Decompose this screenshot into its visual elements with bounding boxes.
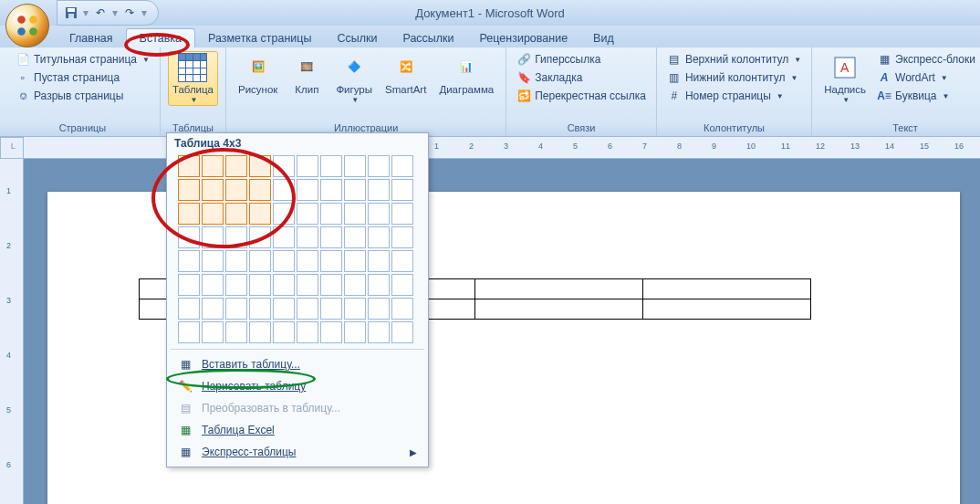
grid-cell[interactable] [344, 321, 366, 343]
grid-cell[interactable] [273, 274, 295, 296]
grid-cell[interactable] [225, 226, 247, 248]
grid-cell[interactable] [368, 321, 390, 343]
textbox-button[interactable]: A Надпись ▼ [819, 51, 871, 106]
grid-cell[interactable] [178, 250, 200, 272]
grid-cell[interactable] [344, 250, 366, 272]
grid-cell[interactable] [273, 250, 295, 272]
grid-cell[interactable] [273, 179, 295, 201]
dropcap-button[interactable]: A≡ Буквица ▼ [874, 88, 980, 104]
insert-table-item[interactable]: ▦ Вставить таблицу... [167, 353, 428, 375]
grid-cell[interactable] [320, 321, 342, 343]
ruler-vertical[interactable]: 123456 [0, 159, 24, 504]
office-button[interactable] [5, 4, 49, 47]
page-break-button[interactable]: ⎊ Разрыв страницы [13, 88, 152, 104]
shapes-button[interactable]: 🔷 Фигуры ▼ [331, 51, 377, 106]
picture-button[interactable]: 🖼️ Рисунок [234, 51, 282, 98]
grid-cell[interactable] [178, 203, 200, 225]
grid-cell[interactable] [178, 179, 200, 201]
grid-cell[interactable] [225, 155, 247, 177]
grid-cell[interactable] [320, 155, 342, 177]
grid-cell[interactable] [297, 274, 318, 296]
smartart-button[interactable]: 🔀 SmartArt [381, 51, 431, 98]
grid-cell[interactable] [297, 155, 318, 177]
grid-cell[interactable] [273, 321, 295, 343]
tab-layout[interactable]: Разметка страницы [195, 29, 324, 47]
grid-cell[interactable] [225, 274, 247, 296]
grid-cell[interactable] [391, 179, 413, 201]
tab-mailings[interactable]: Рассылки [390, 29, 466, 47]
grid-cell[interactable] [273, 298, 295, 320]
grid-cell[interactable] [273, 226, 295, 248]
clip-button[interactable]: 🎞️ Клип [286, 51, 328, 98]
grid-cell[interactable] [202, 203, 224, 225]
title-page-button[interactable]: 📄 Титульная страница ▼ [13, 51, 152, 68]
grid-cell[interactable] [368, 226, 390, 248]
grid-cell[interactable] [249, 203, 271, 225]
tab-view[interactable]: Вид [580, 29, 627, 47]
grid-cell[interactable] [202, 155, 224, 177]
excel-table-item[interactable]: ▦ Таблица Excel [167, 419, 428, 441]
grid-cell[interactable] [368, 155, 390, 177]
grid-cell[interactable] [225, 250, 247, 272]
grid-cell[interactable] [273, 203, 295, 225]
grid-cell[interactable] [273, 155, 295, 177]
grid-cell[interactable] [297, 226, 318, 248]
wordart-button[interactable]: A WordArt ▼ [874, 69, 980, 86]
grid-cell[interactable] [297, 203, 318, 225]
blank-page-button[interactable]: ▫ Пустая страница [13, 69, 152, 86]
grid-cell[interactable] [320, 226, 342, 248]
grid-cell[interactable] [225, 321, 247, 343]
grid-cell[interactable] [297, 321, 318, 343]
grid-cell[interactable] [391, 298, 413, 320]
header-button[interactable]: ▤ Верхний колонтитул ▼ [664, 51, 804, 68]
grid-cell[interactable] [249, 250, 271, 272]
grid-cell[interactable] [202, 179, 224, 201]
grid-cell[interactable] [297, 250, 318, 272]
grid-cell[interactable] [344, 226, 366, 248]
grid-cell[interactable] [249, 321, 271, 343]
chart-button[interactable]: 📊 Диаграмма [434, 51, 498, 98]
grid-cell[interactable] [391, 226, 413, 248]
draw-table-item[interactable]: ✏️ Нарисовать таблицу [167, 375, 428, 397]
grid-cell[interactable] [202, 226, 224, 248]
grid-cell[interactable] [391, 321, 413, 343]
grid-cell[interactable] [202, 321, 224, 343]
grid-cell[interactable] [178, 274, 200, 296]
grid-cell[interactable] [320, 274, 342, 296]
grid-cell[interactable] [178, 321, 200, 343]
footer-button[interactable]: ▥ Нижний колонтитул ▼ [664, 69, 804, 86]
grid-cell[interactable] [249, 179, 271, 201]
table-grid-picker[interactable] [178, 155, 417, 343]
grid-cell[interactable] [320, 298, 342, 320]
grid-cell[interactable] [178, 226, 200, 248]
grid-cell[interactable] [368, 298, 390, 320]
grid-cell[interactable] [320, 179, 342, 201]
grid-cell[interactable] [368, 274, 390, 296]
grid-cell[interactable] [225, 179, 247, 201]
grid-cell[interactable] [344, 298, 366, 320]
undo-icon[interactable]: ↶ [92, 5, 109, 21]
grid-cell[interactable] [391, 155, 413, 177]
grid-cell[interactable] [249, 155, 271, 177]
grid-cell[interactable] [202, 250, 224, 272]
grid-cell[interactable] [249, 274, 271, 296]
quick-tables-item[interactable]: ▦ Экспресс-таблицы ▶ [167, 441, 428, 463]
quickparts-button[interactable]: ▦ Экспресс-блоки ▼ [874, 51, 980, 68]
grid-cell[interactable] [368, 179, 390, 201]
table-button[interactable]: Таблица ▼ [168, 51, 218, 106]
redo-icon[interactable]: ↷ [121, 5, 138, 21]
grid-cell[interactable] [225, 298, 247, 320]
grid-cell[interactable] [344, 179, 366, 201]
grid-cell[interactable] [391, 250, 413, 272]
tab-references[interactable]: Ссылки [324, 29, 390, 47]
bookmark-button[interactable]: 🔖 Закладка [514, 69, 649, 86]
grid-cell[interactable] [178, 155, 200, 177]
crossref-button[interactable]: 🔂 Перекрестная ссылка [514, 88, 649, 104]
grid-cell[interactable] [297, 298, 318, 320]
grid-cell[interactable] [249, 226, 271, 248]
pagenum-button[interactable]: # Номер страницы ▼ [664, 88, 804, 104]
grid-cell[interactable] [368, 203, 390, 225]
grid-cell[interactable] [391, 203, 413, 225]
grid-cell[interactable] [297, 179, 318, 201]
grid-cell[interactable] [320, 250, 342, 272]
